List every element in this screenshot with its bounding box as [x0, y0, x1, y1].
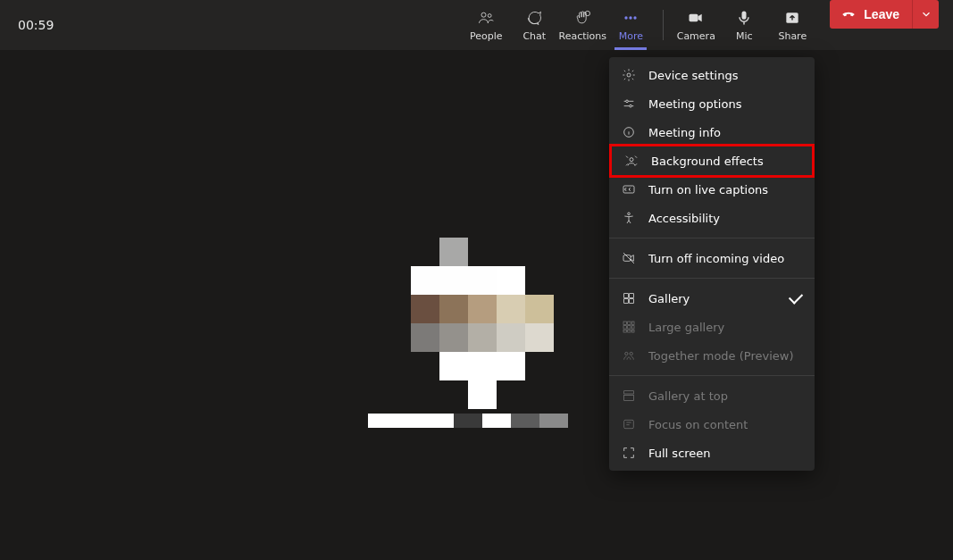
menu-full-screen[interactable]: Full screen: [609, 439, 815, 467]
svg-rect-28: [628, 330, 631, 332]
svg-rect-7: [742, 11, 747, 19]
menu-background-effects[interactable]: Background effects: [612, 146, 812, 175]
menu-together-mode: Together mode (Preview): [609, 341, 815, 370]
svg-point-4: [630, 16, 632, 19]
menu-item-label: Together mode (Preview): [648, 349, 794, 363]
menu-item-label: Large gallery: [648, 321, 724, 334]
svg-point-9: [627, 73, 631, 77]
menu-gallery-at-top: Gallery at top: [609, 381, 815, 410]
people-button[interactable]: People: [463, 0, 509, 50]
menu-separator: [609, 278, 815, 279]
menu-item-label: Full screen: [648, 447, 711, 460]
menu-device-settings[interactable]: Device settings: [609, 61, 815, 89]
svg-rect-26: [631, 326, 634, 329]
call-timer: 00:59: [18, 18, 54, 32]
svg-rect-23: [631, 322, 634, 324]
fullscreen-icon: [622, 446, 636, 460]
camera-button[interactable]: Camera: [673, 0, 719, 50]
svg-point-3: [625, 16, 628, 19]
reactions-button[interactable]: Reactions: [559, 0, 606, 50]
svg-rect-6: [690, 13, 698, 21]
menu-item-label: Accessibility: [648, 212, 720, 225]
menu-meeting-options[interactable]: Meeting options: [609, 89, 815, 118]
svg-rect-29: [631, 330, 634, 332]
leave-dropdown-button[interactable]: [912, 0, 939, 29]
svg-rect-22: [628, 322, 631, 324]
menu-focus-on-content: Focus on content: [609, 410, 815, 439]
svg-point-30: [625, 352, 628, 355]
accessibility-icon: [622, 211, 636, 225]
svg-point-0: [481, 13, 486, 17]
more-actions-menu: Device settings Meeting options Meeting …: [609, 57, 815, 471]
gallery-icon: [622, 291, 636, 305]
svg-rect-21: [623, 322, 626, 324]
svg-rect-25: [628, 326, 631, 329]
participant-avatar-pixelated: [411, 238, 554, 409]
camera-icon: [687, 9, 705, 27]
focus-icon: [622, 417, 636, 431]
menu-item-label: Gallery at top: [648, 389, 728, 403]
svg-point-10: [626, 100, 629, 103]
svg-rect-27: [623, 330, 626, 332]
menu-separator: [609, 238, 815, 238]
reactions-label: Reactions: [559, 30, 607, 42]
svg-rect-19: [624, 299, 629, 304]
menu-live-captions[interactable]: Turn on live captions: [609, 175, 815, 204]
leave-button-group: Leave: [830, 0, 939, 29]
share-icon: [783, 9, 801, 27]
svg-rect-34: [624, 420, 634, 428]
chat-label: Chat: [522, 30, 546, 42]
share-button[interactable]: Share: [769, 0, 815, 50]
svg-rect-24: [623, 326, 626, 329]
svg-rect-32: [624, 391, 634, 394]
menu-accessibility[interactable]: Accessibility: [609, 204, 815, 232]
menu-gallery[interactable]: Gallery: [609, 284, 815, 313]
menu-item-label: Turn on live captions: [648, 183, 768, 196]
menu-meeting-info[interactable]: Meeting info: [609, 118, 815, 146]
together-mode-icon: [622, 348, 636, 363]
menu-item-label: Background effects: [651, 155, 764, 168]
sliders-icon: [622, 96, 636, 111]
menu-item-label: Turn off incoming video: [648, 252, 784, 265]
hangup-icon: [840, 6, 857, 22]
mic-icon: [735, 9, 753, 27]
leave-label: Leave: [864, 7, 899, 21]
svg-rect-33: [624, 395, 634, 400]
menu-item-label: Device settings: [648, 69, 738, 82]
menu-item-label: Gallery: [648, 292, 690, 305]
chat-icon: [525, 9, 543, 27]
ellipsis-icon: [622, 9, 640, 27]
menu-large-gallery: Large gallery: [609, 313, 815, 341]
people-icon: [477, 9, 495, 27]
participant-name-strip: [368, 414, 568, 428]
background-effects-highlight: Background effects: [609, 144, 815, 178]
svg-rect-20: [630, 299, 634, 304]
people-label: People: [470, 30, 503, 42]
chat-button[interactable]: Chat: [511, 0, 557, 50]
svg-point-15: [628, 213, 631, 215]
svg-point-11: [630, 104, 632, 107]
video-stage: Device settings Meeting options Meeting …: [0, 50, 953, 560]
large-gallery-icon: [622, 320, 636, 334]
svg-rect-17: [624, 294, 629, 298]
mic-button[interactable]: Mic: [721, 0, 767, 50]
menu-item-label: Meeting options: [648, 97, 741, 111]
gallery-top-icon: [622, 389, 636, 403]
leave-button[interactable]: Leave: [830, 0, 912, 29]
svg-point-1: [489, 13, 492, 17]
hand-icon: [573, 9, 591, 27]
gear-icon: [622, 68, 636, 82]
menu-item-label: Meeting info: [648, 126, 721, 139]
menu-item-label: Focus on content: [648, 418, 748, 431]
background-effects-icon: [624, 154, 639, 168]
menu-incoming-video-off[interactable]: Turn off incoming video: [609, 244, 815, 272]
more-button[interactable]: More: [607, 0, 654, 50]
chevron-down-icon: [920, 8, 932, 21]
info-icon: [622, 125, 636, 139]
svg-point-5: [634, 16, 637, 19]
menu-separator: [609, 375, 815, 376]
meeting-toolbar: 00:59 People Chat Reactions More Camera …: [0, 0, 953, 50]
toolbar-divider: [663, 10, 664, 40]
toolbar-buttons: People Chat Reactions More Camera Mic Sh…: [463, 0, 939, 50]
video-off-icon: [622, 251, 636, 265]
